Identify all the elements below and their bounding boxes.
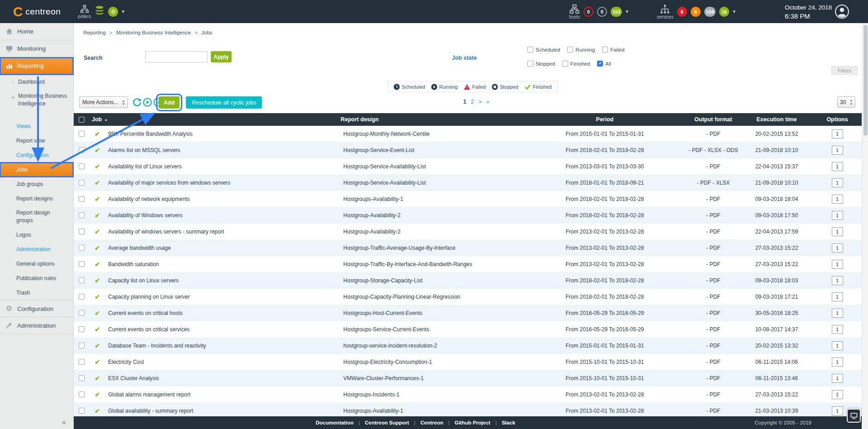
services-status-cluster[interactable]: services 8 8 104 1k ▾	[657, 0, 735, 23]
filters-button[interactable]: Filters	[831, 66, 858, 75]
sidebar-item-report-designs[interactable]: Report designs	[0, 191, 73, 206]
sidebar-item-monitoring-business-intelligence[interactable]: ▾ Monitoring Business Intelligence	[0, 89, 73, 119]
job-name[interactable]: Alarms list on MSSQL servers	[105, 147, 341, 153]
sidebar-collapse-button[interactable]: «	[62, 418, 66, 426]
footer-link-centreon-support[interactable]: Centreon Support	[365, 420, 409, 425]
options-count[interactable]: 1	[832, 260, 843, 269]
sidebar-item-reporting[interactable]: Reporting	[0, 57, 73, 75]
options-count[interactable]: 1	[832, 178, 843, 187]
checkbox-box[interactable]	[602, 47, 608, 52]
job-name[interactable]: Current events on critical services	[105, 326, 341, 333]
options-count[interactable]: 1	[832, 129, 843, 138]
row-checkbox[interactable]	[79, 277, 85, 283]
job-name[interactable]: Global alarms management report	[105, 391, 341, 398]
more-actions-select[interactable]: More Actions... ▲▼	[79, 96, 128, 108]
column-header-period[interactable]: Period	[523, 116, 686, 123]
job-name[interactable]: Availability list of Linux servers	[105, 163, 341, 170]
job-name[interactable]: Availability of Windows servers	[105, 212, 341, 219]
footer-link-centreon[interactable]: Centreon	[420, 420, 443, 425]
options-count[interactable]: 1	[832, 341, 843, 350]
vertical-scrollbar[interactable]	[862, 23, 868, 429]
checkbox-box[interactable]	[527, 61, 533, 67]
row-checkbox[interactable]	[79, 196, 85, 202]
options-count[interactable]: 1	[832, 406, 843, 415]
scrollbar-thumb[interactable]	[863, 25, 868, 136]
row-checkbox[interactable]	[79, 359, 85, 365]
services-chevron-icon[interactable]: ▾	[733, 9, 735, 14]
breadcrumb-mbi[interactable]: Monitoring Business Intelligence	[116, 30, 191, 35]
sidebar-item-configuration-sub[interactable]: Configuration	[0, 148, 73, 162]
checkbox-box[interactable]	[567, 47, 573, 52]
fullscreen-button[interactable]	[847, 409, 861, 423]
hosts-chevron-icon[interactable]: ▾	[626, 9, 628, 14]
page-size-select[interactable]: 30 ▲▼	[837, 96, 855, 108]
play-icon[interactable]	[143, 98, 152, 107]
options-count[interactable]: 1	[832, 146, 843, 155]
row-checkbox[interactable]	[79, 326, 85, 332]
job-name[interactable]: 95th Percentile Bandwidth Analysis	[105, 131, 341, 137]
sidebar-item-trash[interactable]: Trash	[0, 286, 73, 300]
row-checkbox[interactable]	[79, 163, 85, 169]
options-count[interactable]: 1	[832, 358, 843, 367]
row-checkbox[interactable]	[79, 310, 85, 316]
hosts-status-cluster[interactable]: hosts 0 0 153 ▾	[569, 0, 628, 23]
job-name[interactable]: Capacity planning on Linux server	[105, 294, 341, 300]
select-all-checkbox[interactable]	[79, 117, 85, 123]
sidebar-item-publication-rules[interactable]: Publication rules	[0, 271, 73, 286]
sort-asc-icon[interactable]: ▲	[104, 118, 108, 122]
row-checkbox[interactable]	[79, 408, 85, 414]
options-count[interactable]: 1	[832, 162, 843, 171]
job-name[interactable]: ESX Cluster Analysis	[105, 375, 341, 381]
sidebar-item-general-options[interactable]: General options	[0, 257, 73, 271]
sidebar-item-administration[interactable]: Administration	[0, 317, 73, 334]
job-name[interactable]: Global availability - summary report	[105, 408, 341, 414]
job-name[interactable]: Database Team - Incidents and reactivity	[105, 343, 341, 349]
checkbox-box-checked[interactable]	[597, 61, 603, 67]
checkbox-finished[interactable]: Finished	[562, 61, 590, 67]
checkbox-box[interactable]	[527, 47, 533, 52]
page-2-link[interactable]: 2	[471, 99, 474, 105]
breadcrumb-reporting[interactable]: Reporting	[83, 30, 106, 35]
row-checkbox[interactable]	[79, 343, 85, 348]
sidebar-item-jobs[interactable]: Jobs	[0, 162, 73, 177]
sidebar-item-logos[interactable]: Logos	[0, 228, 73, 242]
sidebar-item-home[interactable]: Home	[0, 23, 73, 40]
refresh-icon[interactable]	[133, 98, 142, 107]
options-count[interactable]: 1	[832, 276, 843, 285]
sidebar-item-job-groups[interactable]: Job groups	[0, 177, 73, 191]
checkbox-box[interactable]	[562, 61, 568, 67]
user-account-icon[interactable]	[835, 4, 849, 19]
options-count[interactable]: 1	[832, 243, 843, 253]
options-count[interactable]: 1	[832, 227, 843, 236]
column-header-job[interactable]: Job ▲	[89, 116, 341, 123]
row-checkbox[interactable]	[79, 180, 85, 186]
footer-link-slack[interactable]: Slack	[502, 420, 515, 425]
row-checkbox[interactable]	[79, 375, 85, 381]
job-name[interactable]: Current events on critical hosts	[105, 310, 341, 316]
apply-button[interactable]: Apply	[211, 51, 232, 62]
row-checkbox[interactable]	[79, 294, 85, 300]
row-checkbox[interactable]	[79, 261, 85, 267]
checkbox-scheduled[interactable]: Scheduled	[527, 47, 560, 52]
options-count[interactable]: 1	[832, 195, 843, 204]
row-checkbox[interactable]	[79, 212, 85, 218]
job-name[interactable]: Availability of major services from wind…	[105, 180, 341, 186]
row-checkbox[interactable]	[79, 229, 85, 234]
sidebar-item-report-view[interactable]: Report view	[0, 133, 73, 148]
pollers-chevron-icon[interactable]: ▾	[122, 9, 124, 14]
job-name[interactable]: Capacity list on Linux servers	[105, 277, 341, 284]
sidebar-item-report-design-groups[interactable]: Report design groups	[0, 206, 73, 228]
checkbox-stopped[interactable]: Stopped	[527, 61, 555, 67]
add-button[interactable]: Add	[159, 96, 180, 109]
sidebar-item-views[interactable]: Views	[0, 119, 73, 133]
job-name[interactable]: Availability of windows servers - summar…	[105, 229, 341, 235]
options-count[interactable]: 1	[832, 325, 843, 334]
centreon-logo[interactable]: C centreon	[0, 0, 74, 23]
column-header-execution-time[interactable]: Execution time	[740, 116, 813, 123]
column-header-output-format[interactable]: Output format	[686, 116, 740, 123]
sidebar-item-monitoring[interactable]: Monitoring	[0, 40, 73, 57]
job-name[interactable]: Bandwidth saturation	[105, 261, 341, 267]
row-checkbox[interactable]	[79, 245, 85, 251]
checkbox-failed[interactable]: Failed	[602, 47, 624, 52]
page-last-link[interactable]: »	[486, 99, 489, 105]
